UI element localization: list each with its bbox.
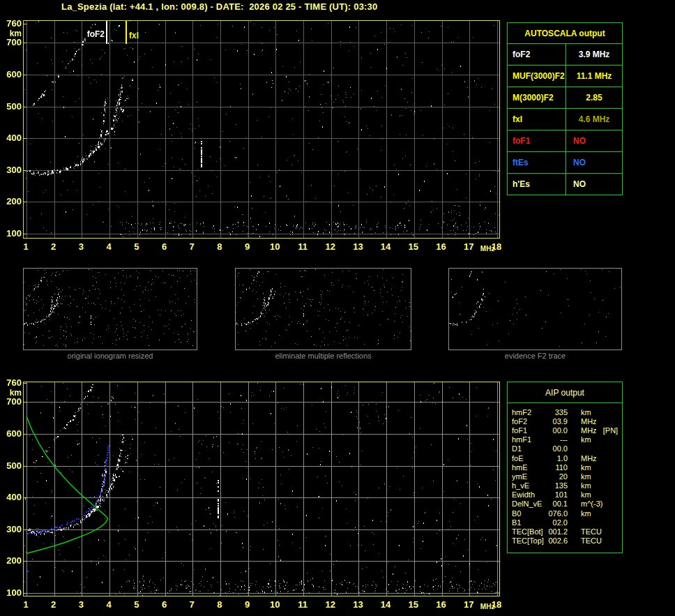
y-axis-tick-label: 500 (1, 101, 22, 112)
thumbnail-caption: evidence F2 trace (448, 352, 622, 360)
param-value: 00.1 (547, 499, 568, 508)
table-row: MUF(3000)F2 11.1 MHz (508, 66, 622, 87)
table-row: foF203.9MHz (508, 416, 622, 426)
param-unit: km (568, 408, 622, 416)
y-axis-unit-label: km (1, 388, 22, 398)
thumbnail-caption: original ionogram resized (23, 352, 197, 360)
x-axis-tick-label: 5 (127, 599, 146, 610)
param-unit: km (568, 481, 622, 490)
x-axis-unit-label: MHz (480, 603, 495, 610)
param-value: 076.0 (547, 509, 568, 518)
param-label: foF1 (508, 426, 547, 435)
param-label: D1 (508, 444, 547, 453)
x-axis-unit-label: MHz (480, 245, 495, 253)
thumbnail-original-ionogram (23, 268, 197, 350)
aip-ionogram-plot (23, 382, 500, 596)
param-label: foE (508, 454, 547, 463)
main-ionogram-plot: foF2 fxI (23, 20, 500, 239)
table-row: foF2 3.9 MHz (508, 44, 622, 66)
param-label: M(3000)F2 (508, 87, 566, 108)
param-value: 3.9 MHz (566, 44, 622, 65)
y-axis-tick-label: 600 (1, 69, 22, 80)
x-axis-tick-label: 16 (432, 599, 451, 610)
y-axis-tick-label: 400 (1, 492, 22, 502)
autoscala-output-table: AUTOSCALA output foF2 3.9 MHz MUF(3000)F… (507, 22, 623, 195)
thumbnail-canvas-original (24, 269, 197, 347)
table-row: h_vE135km (508, 481, 622, 490)
param-unit: km (568, 490, 622, 499)
table-row: Ewidth101km (508, 490, 622, 499)
y-axis-tick-label: 400 (1, 133, 22, 143)
thumbnail-eliminate-reflections (235, 268, 411, 350)
fxi-marker-label: fxI (129, 31, 139, 40)
x-axis-tick-label: 3 (71, 241, 91, 252)
param-value: 4.6 MHz (566, 109, 622, 130)
y-axis-unit-label: km (1, 29, 22, 38)
aip-output-table: AIP output hmF2335km foF203.9MHz foF100.… (507, 382, 623, 553)
table-row: TEC[Bot]001.2TECU (508, 527, 622, 536)
param-label: TEC[Top] (508, 536, 547, 545)
y-axis-tick-label: 100 (1, 228, 22, 239)
table-row: ymE20km (508, 472, 622, 481)
param-label: foF1 (508, 130, 566, 151)
param-label: ftEs (508, 152, 566, 173)
table-row: h'Es NO (508, 174, 622, 195)
y-axis-tick-label: 500 (1, 460, 22, 471)
param-label: TEC[Bot] (508, 527, 547, 536)
param-value: 00.0 (547, 426, 568, 435)
x-axis-tick-label: 10 (265, 599, 285, 610)
table-row: TEC[Top]002.6TECU (508, 536, 622, 546)
param-label: MUF(3000)F2 (508, 66, 566, 87)
fof2-marker-label: foF2 (82, 29, 105, 39)
y-axis-tick-label: 200 (1, 196, 22, 206)
table-row: D100.0 (508, 444, 622, 453)
x-axis-tick-label: 4 (99, 241, 119, 252)
table-row: foE1.0MHz (508, 453, 622, 463)
param-value: 03.9 (547, 417, 568, 426)
thumbnail-canvas-evidence (449, 269, 621, 347)
param-value: 20 (547, 472, 568, 481)
aip-ionogram-canvas (24, 382, 499, 596)
x-axis-tick-label: 12 (321, 241, 340, 252)
param-value: 335 (547, 408, 568, 416)
x-axis-tick-label: 10 (265, 241, 285, 252)
x-axis-tick-label: 15 (404, 241, 423, 252)
x-axis-tick-label: 13 (348, 599, 367, 610)
x-axis-tick-label: 14 (376, 599, 395, 610)
aip-table-title: AIP output (508, 382, 622, 403)
x-axis-tick-label: 4 (99, 599, 119, 610)
x-axis-tick-label: 11 (293, 241, 312, 252)
x-axis-tick-label: 12 (321, 599, 340, 610)
param-label: Ewidth (508, 490, 547, 499)
param-value: 135 (547, 481, 568, 490)
param-label: h'Es (508, 174, 566, 195)
param-label: hmF2 (508, 408, 547, 416)
param-value: 001.2 (547, 527, 568, 536)
x-axis-tick-label: 9 (238, 599, 257, 610)
param-unit: km (568, 509, 622, 518)
param-label: foF2 (508, 417, 547, 426)
y-axis-tick-label: 700 (1, 37, 22, 47)
y-axis-tick-label: 300 (1, 524, 22, 534)
param-unit: MHz (568, 454, 622, 463)
thumbnail-evidence-f2 (448, 268, 622, 350)
y-axis-tick-label: 300 (1, 165, 22, 175)
fxi-marker-line (126, 21, 127, 44)
param-unit: TECU (568, 536, 622, 545)
thumbnail-caption: eliminate multiple reflections (235, 352, 411, 360)
x-axis-tick-label: 2 (44, 599, 63, 610)
x-axis-tick-label: 7 (182, 241, 202, 252)
param-unit: TECU (568, 527, 622, 536)
param-value: NO (566, 130, 622, 151)
x-axis-tick-label: 6 (155, 241, 174, 252)
fof2-marker-line (106, 21, 107, 44)
x-axis-tick-label: 14 (376, 241, 395, 252)
table-row: foF100.0MHz [PN] (508, 426, 622, 435)
station-date-time-title: La_Spezia (lat: +44.1 , lon: 009.8) - DA… (61, 1, 377, 12)
x-axis-tick-label: 15 (404, 599, 423, 610)
table-row: M(3000)F2 2.85 (508, 87, 622, 109)
param-label: ymE (508, 472, 547, 481)
x-axis-tick-label: 2 (44, 241, 63, 252)
y-axis-tick-label: 200 (1, 555, 22, 566)
y-axis-tick-label: 700 (1, 396, 22, 407)
